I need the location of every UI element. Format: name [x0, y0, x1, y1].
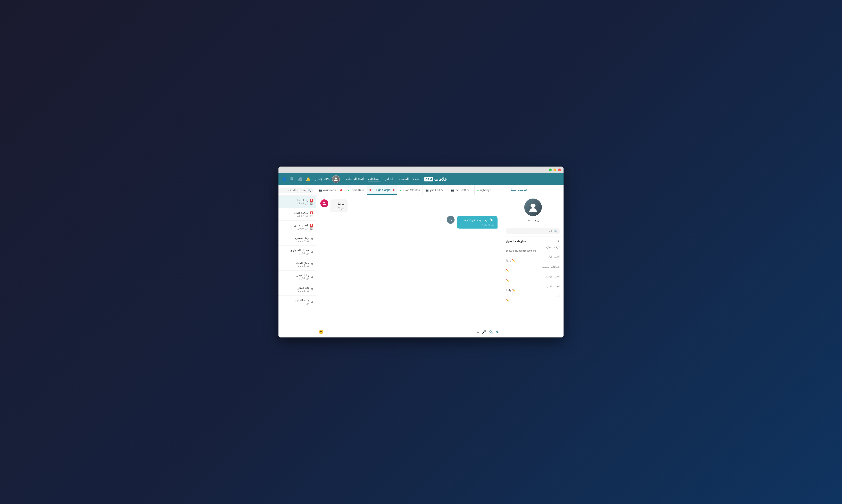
tab-loma-label: Loma Kihn [350, 188, 364, 192]
field-firstname: الاسم الأول ✏️ ريما [506, 255, 560, 262]
nav-reminders[interactable]: التذاكر [385, 177, 393, 181]
send-button[interactable]: ➤ [495, 329, 499, 335]
badge-aws: 1 [310, 224, 313, 227]
contact-item-hasna[interactable]: f حسناء السماري قبل 24 يوماً 🖼 [279, 246, 316, 258]
sidebar-header: تفاصيل العميل ← [502, 185, 563, 194]
contact-badges-aws: 1 🖼 [310, 224, 313, 230]
settings-icon[interactable]: ⚙️ [298, 177, 303, 182]
contact-name-sakina: سكينة الشبل [280, 211, 308, 215]
badge-sakina: 1 [310, 212, 313, 214]
contact-name-zina: زنا التقيقي [280, 274, 309, 277]
contact-badges-hasna: 🖼 [311, 250, 313, 253]
contact-info-aws: اوس العنزي قبل دقيقتن [280, 224, 308, 230]
search-icon[interactable]: 🔍 [290, 177, 295, 182]
attachment-icon[interactable]: 📎 [489, 329, 493, 335]
bell-icon[interactable]: 🔔 [306, 177, 311, 182]
user-icon[interactable]: 👤 [282, 177, 287, 182]
nav-deals[interactable]: الصفقات [398, 177, 409, 181]
emoji-icon[interactable]: 😊 [319, 329, 323, 335]
chat-messages: مرحبا قبل 50 ثانية أهلاً، ترحب بكم شركة … [316, 195, 502, 326]
contact-time-rina: قبل 17 يوماً [280, 239, 309, 242]
svg-point-5 [323, 202, 325, 203]
sidebar-search-input[interactable] [508, 230, 552, 233]
sidebar-avatar [524, 199, 542, 216]
minimize-button[interactable] [554, 168, 556, 172]
tab-feil-label: ...ylie Feil IV [430, 188, 445, 192]
edit-lastname-icon[interactable]: ✏️ [512, 289, 515, 292]
message-row-1: مرحبا قبل 50 ثانية [320, 199, 497, 212]
contact-item-kifah[interactable]: f كفاح العقل قبل 24 يوماً 🖼 [279, 258, 316, 271]
hc-label: HC [449, 218, 452, 221]
contact-name-tald: تالد العنزي [280, 286, 309, 289]
contact-name-rina: رينا الحسين [280, 236, 309, 239]
client-details-link[interactable]: تفاصيل العميل ← [506, 188, 527, 191]
badge-icon-kifah: 🖼 [311, 263, 313, 266]
nav-operations[interactable]: أتمتة العمليات [346, 177, 364, 181]
main-content: تفاصيل العميل ← ريما ب [279, 185, 563, 338]
badge-icon-hatim: 🖼 [311, 301, 313, 303]
contact-time-rima: قبل 48 ثانية [280, 202, 308, 205]
contact-time-hasna: قبل 24 يوماً [280, 252, 309, 255]
tab-hugh[interactable]: Hugh Casper f [367, 185, 397, 195]
template-icon[interactable]: ≡ [477, 329, 479, 334]
contact-badges-rima: 1 🖼 [310, 199, 313, 205]
contact-badges-sakina: 1 🖼 [310, 212, 313, 217]
tabs-menu-button[interactable]: ⋮ [494, 185, 502, 195]
nav-conversations[interactable]: المحادثات [368, 177, 381, 181]
contact-info-sakina: سكينة الشبل قبل 57 ثانية [280, 211, 308, 217]
contact-item-sakina[interactable]: f سكينة الشبل قبل 57 ثانية 1 🖼 [279, 208, 316, 221]
edit-revenue-icon[interactable]: ✏️ [506, 269, 509, 272]
nav-customers[interactable]: العملاء [413, 177, 421, 181]
tab-evan-label: Evan Stanton [403, 188, 420, 192]
search-icon-small: 🔍 [554, 230, 557, 233]
sidebar-search: 🔍 [502, 226, 563, 236]
contact-name-aws: اوس العنزي [280, 224, 308, 227]
sidebar-details: ▲ معلومات العميل الرقم المُعرّف 66c23f9d… [502, 236, 563, 307]
contact-name-kifah: كفاح العقل [280, 261, 309, 265]
contact-item-zina[interactable]: f زنا التقيقي قبل 24 يوماً 🖼 [279, 271, 316, 283]
badge-icon-rima: 🖼 [310, 202, 313, 205]
message-time-2: قبل 49 ثانية ✓ [460, 223, 494, 227]
contact-item-tald[interactable]: f تالد العنزي قبل 24 يوماً 🖼 [279, 283, 316, 295]
collapse-icon[interactable]: ▲ [557, 239, 560, 243]
tab-loma[interactable]: Loma Kihn ● [345, 185, 367, 195]
field-revenue-value: ✏️ [506, 269, 560, 272]
contact-item-aws[interactable]: f اوس العنزي قبل دقيقتن 1 🖼 [279, 221, 316, 233]
sidebar-search-wrap: 🔍 [506, 228, 560, 234]
tab-feil[interactable]: ...ylie Feil IV 📷 [423, 185, 449, 195]
right-search-wrap: 🔍 [279, 187, 313, 193]
contact-info-hasna: حسناء السماري قبل 24 يوماً [280, 249, 309, 255]
field-middlename-label: الاسم الأوسط [506, 275, 560, 278]
contact-time-sakina: قبل 57 ثانية [280, 215, 308, 217]
chat-input-field[interactable] [326, 330, 475, 334]
tab-swift[interactable]: ...ee Swift IV 📷 [449, 185, 474, 195]
contact-item-rina[interactable]: f رينا الحسين قبل 17 يوماً 🖼 [279, 233, 316, 246]
tab-akubowski-label: ...akubowski [323, 188, 339, 192]
message-avatar-2: HC [447, 216, 455, 224]
sidebar-user-name: ريما باشا [527, 218, 539, 222]
field-lastname-label: الاسم الأخير [506, 285, 560, 288]
contact-time-tald: قبل 24 يوماً [280, 289, 309, 292]
svg-point-0 [335, 178, 337, 179]
contact-item-hatim[interactable]: f هاتم السليم قبل ... 🖼 [279, 295, 316, 308]
close-button[interactable] [558, 168, 561, 172]
message-check-2: ✓ [481, 223, 483, 226]
badge-icon-aws: 🖼 [310, 227, 313, 230]
maximize-button[interactable] [549, 168, 552, 172]
right-search-input[interactable] [279, 189, 306, 192]
tab-akubowski[interactable]: ...akubowski 📷 [316, 185, 345, 195]
mic-icon[interactable]: 🎤 [481, 329, 486, 335]
field-title-label: اللقب [506, 295, 560, 298]
edit-title-icon[interactable]: ✏️ [506, 299, 509, 302]
edit-middlename-icon[interactable]: ✏️ [506, 279, 509, 282]
contact-item-rima[interactable]: f ريما باشا قبل 48 ثانية 1 🖼 [279, 196, 316, 208]
tab-ugherty[interactable]: ugherty I ● [474, 185, 494, 195]
tab-evan[interactable]: Evan Stanton ● [397, 185, 423, 195]
logo-badge: CRM [424, 177, 433, 181]
field-id: الرقم المُعرّف 66c23f9d82bb6b8e5e0f5f93 [506, 246, 560, 252]
user-avatar [332, 175, 340, 183]
chat-input-bar: ➤ 📎 🎤 ≡ 😊 [316, 326, 502, 338]
edit-firstname-icon[interactable]: ✏️ [512, 259, 515, 262]
app-logo: علاقات CRM [424, 177, 447, 182]
tab-hugh-platform: f [372, 188, 373, 192]
